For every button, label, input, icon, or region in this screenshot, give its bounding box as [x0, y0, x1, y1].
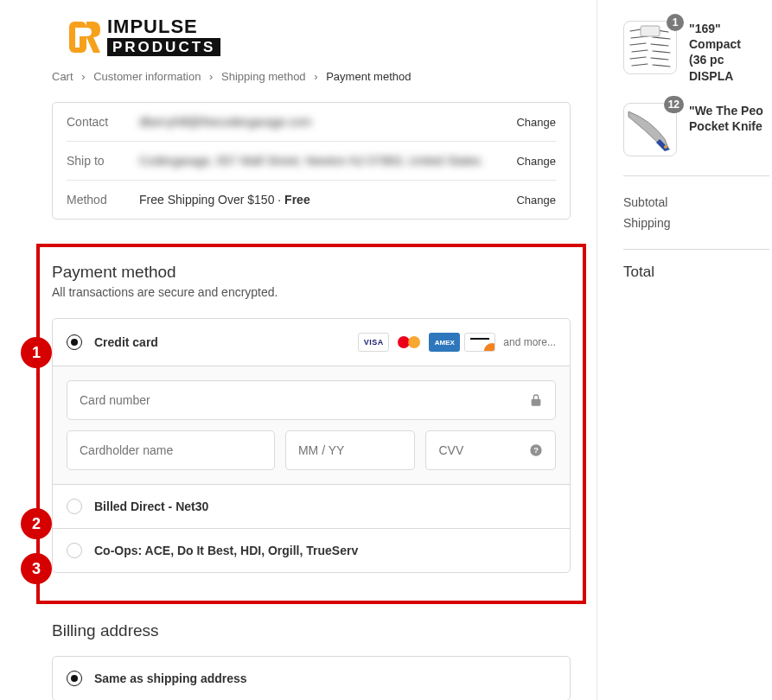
- cvv-input[interactable]: CVV ?: [425, 430, 556, 470]
- cart-item-1-name: "We The Peo Pocket Knife: [689, 103, 763, 156]
- totals-block: Subtotal Shipping: [623, 175, 769, 250]
- breadcrumb-payment: Payment method: [326, 70, 411, 83]
- amex-icon: AMEX: [429, 333, 460, 352]
- change-contact-link[interactable]: Change: [516, 116, 556, 129]
- svg-line-12: [651, 58, 668, 60]
- breadcrumb-shipping[interactable]: Shipping method: [221, 70, 306, 83]
- svg-rect-15: [641, 26, 660, 36]
- method-label: Method: [67, 193, 139, 207]
- radio-coops[interactable]: [67, 543, 82, 558]
- cart-item-1: 12 "We The Peo Pocket Knife: [623, 103, 769, 156]
- change-shipto-link[interactable]: Change: [516, 155, 556, 168]
- logo-line2: PRODUCTS: [107, 38, 220, 56]
- svg-line-8: [651, 44, 668, 46]
- billed-direct-label: Billed Direct - Net30: [94, 500, 556, 513]
- annotation-badge-2: 2: [21, 508, 52, 539]
- review-method-row: Method Free Shipping Over $150 · Free Ch…: [67, 181, 556, 219]
- svg-line-14: [653, 65, 670, 67]
- payment-title: Payment method: [52, 263, 571, 282]
- knives-grid-icon: [627, 24, 673, 71]
- annotation-badge-3: 3: [21, 553, 52, 584]
- breadcrumb-cart[interactable]: Cart: [52, 70, 73, 83]
- pay-option-coops[interactable]: Co-Ops: ACE, Do It Best, HDI, Orgill, Tr…: [53, 528, 570, 572]
- payment-highlight-box: Payment method All transactions are secu…: [36, 244, 586, 604]
- svg-text:?: ?: [533, 446, 539, 455]
- logo[interactable]: IMPULSE PRODUCTS: [67, 17, 571, 56]
- radio-credit-card[interactable]: [67, 334, 82, 350]
- card-number-placeholder: Card number: [80, 393, 529, 407]
- billing-same-option[interactable]: Same as shipping address: [53, 657, 570, 700]
- contact-value: dberryhill@thecodergarage.com: [139, 115, 516, 129]
- pay-option-credit-card[interactable]: Credit card VISA AMEX and more...: [53, 319, 570, 366]
- review-contact-row: Contact dberryhill@thecodergarage.com Ch…: [67, 103, 556, 142]
- help-icon[interactable]: ?: [529, 443, 543, 457]
- change-method-link[interactable]: Change: [516, 194, 556, 207]
- shipping-row: Shipping: [623, 213, 769, 233]
- cart-item-0-qty: 1: [667, 14, 684, 31]
- svg-line-6: [653, 37, 670, 39]
- discover-icon: [464, 333, 495, 352]
- review-shipto-row: Ship to Codergarage, 557 Wall Street, Ne…: [67, 142, 556, 181]
- svg-point-16: [664, 145, 667, 149]
- annotation-badge-1: 1: [21, 337, 52, 368]
- svg-line-7: [630, 43, 646, 45]
- order-summary-sidebar: 1 "169" Compact (36 pc DISPLA 12 "We The…: [597, 0, 769, 700]
- coops-label: Co-Ops: ACE, Do It Best, HDI, Orgill, Tr…: [94, 544, 556, 557]
- svg-line-9: [632, 50, 648, 52]
- svg-line-11: [630, 57, 646, 59]
- cart-item-0: 1 "169" Compact (36 pc DISPLA: [623, 21, 769, 84]
- svg-line-13: [632, 64, 648, 66]
- method-value: Free Shipping Over $150 · Free: [139, 193, 516, 207]
- lock-icon: [529, 393, 543, 407]
- radio-billed-direct[interactable]: [67, 499, 82, 514]
- subtotal-label: Subtotal: [623, 195, 667, 209]
- logo-mark-icon: [67, 20, 102, 54]
- cardholder-placeholder: Cardholder name: [80, 443, 262, 457]
- billing-title: Billing address: [52, 621, 571, 640]
- chevron-right-icon: ›: [314, 70, 317, 83]
- shipto-label: Ship to: [67, 154, 139, 168]
- method-text: Free Shipping Over $150 ·: [139, 193, 284, 207]
- mastercard-icon: [393, 333, 424, 352]
- cvv-placeholder: CVV: [438, 443, 529, 457]
- credit-card-label: Credit card: [94, 335, 358, 349]
- cart-item-0-name: "169" Compact (36 pc DISPLA: [689, 21, 769, 84]
- cart-item-1-qty: 12: [664, 96, 684, 113]
- cardholder-input[interactable]: Cardholder name: [67, 430, 275, 470]
- card-brand-icons: VISA AMEX and more...: [358, 333, 556, 352]
- chevron-right-icon: ›: [209, 70, 213, 83]
- card-fields-panel: Card number Cardholder name MM / YY CVV …: [53, 366, 570, 484]
- chevron-right-icon: ›: [81, 70, 85, 83]
- subtotal-row: Subtotal: [623, 192, 769, 213]
- card-number-input[interactable]: Card number: [67, 380, 556, 420]
- logo-line1: IMPULSE: [107, 17, 220, 36]
- payment-group: Credit card VISA AMEX and more... Card n…: [52, 318, 571, 573]
- cart-item-0-thumb: 1: [623, 21, 677, 74]
- pay-option-billed-direct[interactable]: Billed Direct - Net30: [53, 484, 570, 528]
- expiry-placeholder: MM / YY: [298, 443, 403, 457]
- visa-icon: VISA: [358, 333, 389, 352]
- shipto-value: Codergarage, 557 Wall Street, Newton NJ …: [139, 154, 516, 168]
- billing-group: Same as shipping address: [52, 656, 571, 700]
- svg-line-10: [653, 51, 670, 53]
- payment-subtitle: All transactions are secure and encrypte…: [52, 285, 571, 299]
- cart-item-1-thumb: 12: [623, 103, 677, 156]
- method-free: Free: [284, 193, 310, 207]
- grand-total-row: Total: [623, 250, 769, 295]
- shipping-label: Shipping: [623, 216, 671, 230]
- breadcrumb: Cart › Customer information › Shipping m…: [52, 70, 571, 83]
- contact-label: Contact: [67, 115, 139, 129]
- logo-text: IMPULSE PRODUCTS: [107, 17, 220, 56]
- review-box: Contact dberryhill@thecodergarage.com Ch…: [52, 102, 571, 220]
- and-more-text: and more...: [503, 336, 556, 348]
- breadcrumb-customer[interactable]: Customer information: [93, 70, 201, 83]
- billing-same-label: Same as shipping address: [94, 671, 556, 685]
- radio-billing-same[interactable]: [67, 671, 82, 686]
- expiry-input[interactable]: MM / YY: [285, 430, 416, 470]
- total-label: Total: [623, 264, 654, 281]
